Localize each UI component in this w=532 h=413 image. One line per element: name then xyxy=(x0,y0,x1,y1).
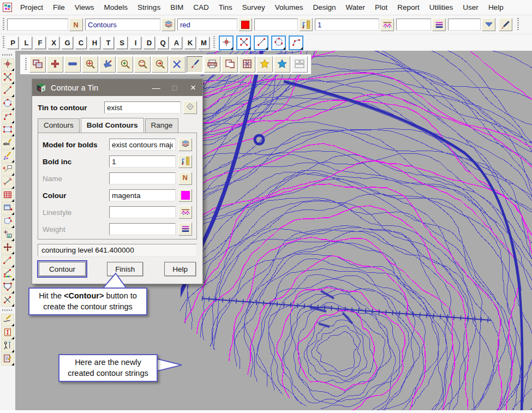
saved-views-button[interactable] xyxy=(274,56,290,73)
command-letter-button[interactable]: T xyxy=(103,37,114,49)
weight-picker-button[interactable] xyxy=(178,223,192,236)
menu-item[interactable]: Design xyxy=(308,3,341,11)
menu-item[interactable]: Plot xyxy=(370,3,392,11)
edit-vertex-button[interactable] xyxy=(1,255,14,267)
colour-picker-button[interactable] xyxy=(178,189,192,202)
menu-item[interactable]: Project xyxy=(15,3,48,11)
create-symbol-button[interactable] xyxy=(1,163,14,176)
delete-button[interactable] xyxy=(1,294,14,307)
zoom-previous-button[interactable] xyxy=(152,56,168,73)
text-style-button[interactable] xyxy=(1,327,14,339)
height-input[interactable] xyxy=(254,19,298,31)
menu-item[interactable]: Models xyxy=(99,3,133,11)
tin-picker-button[interactable] xyxy=(183,101,197,114)
model-for-bolds-input[interactable] xyxy=(109,139,176,151)
command-letter-button[interactable]: A xyxy=(171,37,182,49)
model-picker-button[interactable] xyxy=(162,18,175,31)
command-letter-button[interactable]: K xyxy=(184,37,196,49)
plan-view-canvas[interactable]: 12 Contour a Tin — □ × Tin to contour Co… xyxy=(15,51,532,410)
toolbar-grip[interactable] xyxy=(2,36,5,49)
model-input[interactable] xyxy=(85,19,160,31)
create-polygon-button[interactable] xyxy=(1,216,14,228)
grid-button[interactable] xyxy=(239,56,255,73)
command-letter-button[interactable]: G xyxy=(62,37,73,49)
menu-item[interactable]: Utilities xyxy=(425,3,458,11)
line-snap-button[interactable] xyxy=(254,35,268,50)
redraw-brush-button[interactable] xyxy=(187,56,203,73)
cad-text-input[interactable] xyxy=(7,19,68,31)
create-line-button[interactable] xyxy=(1,85,14,97)
point-snap-button[interactable] xyxy=(219,35,234,50)
regenerate-button[interactable] xyxy=(169,56,186,73)
inquire-button[interactable] xyxy=(1,340,14,352)
contour-button[interactable]: Contour xyxy=(39,262,86,276)
toolbar-grip[interactable] xyxy=(24,58,28,71)
maximize-button[interactable]: □ xyxy=(165,83,184,92)
colour-picker-button[interactable] xyxy=(238,18,252,31)
table-button[interactable] xyxy=(1,189,14,202)
name-picker-button[interactable]: N xyxy=(178,172,192,185)
zoom-out-button[interactable] xyxy=(64,56,81,73)
weight-input[interactable] xyxy=(109,223,176,235)
toolbar-grip[interactable] xyxy=(2,308,13,313)
plot-button[interactable] xyxy=(204,56,220,73)
create-point-button[interactable] xyxy=(1,58,14,71)
toolbar-grip[interactable] xyxy=(516,18,520,31)
zoom-extents-button[interactable] xyxy=(82,56,98,73)
menu-item[interactable]: Survey xyxy=(237,3,270,11)
colour-input[interactable] xyxy=(109,189,176,201)
model-picker-button[interactable] xyxy=(178,138,192,151)
name-input[interactable] xyxy=(109,172,176,184)
linestyle-input[interactable] xyxy=(109,206,176,218)
menu-item[interactable]: CAD xyxy=(188,3,214,11)
tab-bold-contours[interactable]: Bold Contours xyxy=(81,118,144,133)
menu-item[interactable]: User xyxy=(458,3,483,11)
menu-item[interactable]: Tins xyxy=(214,3,237,11)
name-picker-button[interactable]: N xyxy=(69,18,83,31)
command-letter-button[interactable]: F xyxy=(34,37,46,49)
create-circle-button[interactable] xyxy=(1,98,14,110)
menu-item[interactable]: Views xyxy=(70,3,99,11)
string-colour-button[interactable] xyxy=(1,268,14,280)
eyedropper-button[interactable] xyxy=(499,18,512,31)
command-letter-button[interactable]: C xyxy=(75,37,87,49)
toolbar-grip[interactable] xyxy=(2,18,5,31)
tab-contours[interactable]: Contours xyxy=(38,118,80,133)
tab-range[interactable]: Range xyxy=(145,118,179,133)
translate-button[interactable] xyxy=(1,242,14,254)
toolbar-grip[interactable] xyxy=(2,53,13,57)
menu-item[interactable]: Report xyxy=(392,3,425,11)
weight-input[interactable] xyxy=(396,19,431,31)
minimize-button[interactable]: — xyxy=(147,83,165,92)
pan-button[interactable] xyxy=(99,56,116,73)
menu-item[interactable]: Water xyxy=(341,3,370,11)
menu-item[interactable]: File xyxy=(48,3,70,11)
favourites-button[interactable] xyxy=(256,56,273,73)
colour-input[interactable] xyxy=(177,19,237,31)
dialog-titlebar[interactable]: 12 Contour a Tin — □ × xyxy=(32,79,202,96)
height-picker-button[interactable]: z xyxy=(299,18,313,31)
close-button[interactable]: × xyxy=(184,82,202,93)
linestyle-picker-button[interactable] xyxy=(380,18,394,31)
bold-inc-input[interactable] xyxy=(109,155,176,167)
menu-item[interactable]: Volumes xyxy=(270,3,308,11)
notes-button[interactable] xyxy=(1,353,14,366)
dropdown-button[interactable] xyxy=(482,18,495,31)
command-letter-button[interactable]: S xyxy=(116,37,128,49)
arc-snap-button[interactable] xyxy=(289,35,303,50)
create-arc-button[interactable] xyxy=(1,111,14,123)
view-menu-button[interactable] xyxy=(29,56,46,73)
circle-snap-button[interactable] xyxy=(271,35,286,50)
linestyle-input[interactable] xyxy=(315,19,379,31)
linestyle-picker-button[interactable] xyxy=(178,206,192,219)
measure-button[interactable] xyxy=(1,176,14,189)
create-rectangle-button[interactable] xyxy=(1,124,14,136)
command-letter-button[interactable]: L xyxy=(21,37,32,49)
command-letter-button[interactable]: H xyxy=(89,37,100,49)
freehand-edit-button[interactable] xyxy=(1,314,14,326)
close-string-button[interactable] xyxy=(1,281,14,294)
menu-item[interactable]: BIM xyxy=(165,3,188,11)
copy-view-button[interactable] xyxy=(222,56,238,73)
command-letter-button[interactable]: I xyxy=(130,37,141,49)
command-letter-button[interactable]: X xyxy=(48,37,59,49)
